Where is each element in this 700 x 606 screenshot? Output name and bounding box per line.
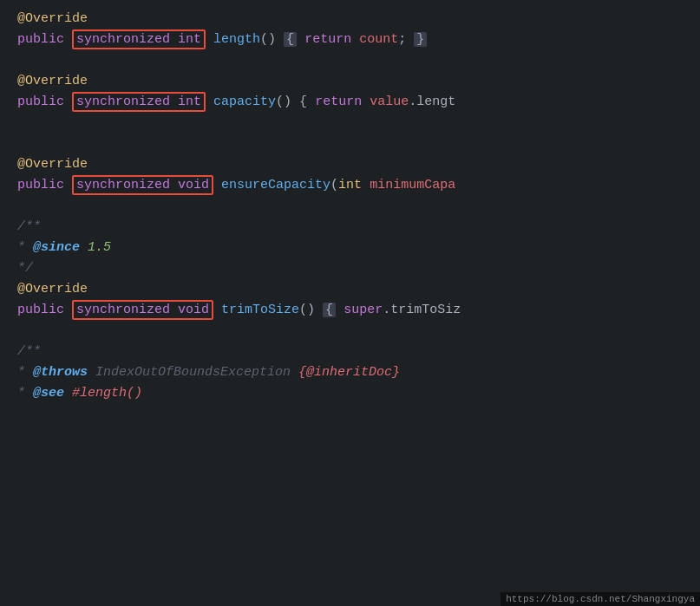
method-trim: trimToSize() { super.trimToSiz — [213, 303, 461, 317]
line-ensure-method: public synchronized void ensureCapacity(… — [0, 175, 700, 196]
line-comment-end: */ — [0, 258, 700, 279]
keyword-public2: public — [17, 94, 72, 109]
method-ensure: ensureCapacity(int minimumCapa — [213, 178, 455, 192]
empty-line-3 — [0, 134, 700, 154]
empty-line-2 — [0, 113, 700, 134]
comment-since-space — [80, 240, 88, 255]
line-override4: @Override — [0, 279, 700, 300]
comment-throws-star: * — [17, 365, 33, 380]
annotation-override4: @Override — [17, 282, 88, 296]
line-capacity-method: public synchronized int capacity() { ret… — [0, 92, 700, 113]
code-editor: @Override public synchronized int length… — [0, 0, 700, 413]
empty-line-4 — [0, 196, 700, 217]
comment-since-tag: @since — [33, 240, 80, 255]
line-length-method: public synchronized int length() { retur… — [0, 29, 700, 50]
annotation-override2: @Override — [17, 74, 88, 88]
line-override1: @Override — [0, 9, 700, 29]
highlight-synchronized-int-1: synchronized int — [72, 29, 206, 49]
comment2-open: /** — [17, 344, 41, 359]
line-comment-throws: * @throws IndexOutOfBoundsException {@in… — [0, 362, 700, 383]
line-trim-method: public synchronized void trimToSize() { … — [0, 300, 700, 321]
comment-since-value: 1.5 — [88, 240, 111, 255]
comment-see-star: * — [17, 386, 33, 401]
keyword-synchronized4: synchronized void — [76, 303, 209, 317]
url-text: https://blog.csdn.net/Shangxingya — [506, 594, 695, 604]
highlight-synchronized-void-1: synchronized void — [72, 175, 213, 195]
keyword-synchronized2: synchronized int — [76, 94, 201, 109]
empty-line-1 — [0, 50, 700, 71]
comment-see-space — [64, 386, 72, 401]
line-comment-since: * @since 1.5 — [0, 238, 700, 258]
annotation-override: @Override — [17, 11, 88, 26]
keyword-public4: public — [17, 303, 72, 317]
empty-line-5 — [0, 321, 700, 342]
highlight-synchronized-int-2: synchronized int — [72, 92, 206, 112]
method-capacity: capacity() { return value.lengt — [206, 94, 455, 109]
comment-open: /** — [17, 219, 41, 234]
comment-throws-text: IndexOutOfBoundsException — [88, 365, 298, 380]
line-override3: @Override — [0, 154, 700, 175]
comment-see-value: #length() — [72, 386, 142, 401]
comment-close: */ — [17, 261, 33, 276]
method-length: length() { return count; } — [206, 32, 427, 47]
keyword-synchronized3: synchronized void — [76, 178, 209, 192]
highlight-synchronized-void-2: synchronized void — [72, 300, 213, 320]
keyword-public3: public — [17, 178, 72, 192]
keyword-synchronized: synchronized int — [76, 32, 201, 47]
url-bar: https://blog.csdn.net/Shangxingya — [500, 592, 700, 606]
comment-star: * — [17, 240, 33, 255]
line-comment2-start: /** — [0, 342, 700, 362]
comment-inheritdoc: {@inheritDoc} — [298, 365, 400, 380]
keyword-public: public — [17, 32, 72, 47]
line-override2: @Override — [0, 71, 700, 92]
comment-see-tag: @see — [33, 386, 64, 401]
annotation-override3: @Override — [17, 157, 88, 172]
line-comment-start: /** — [0, 217, 700, 238]
comment-throws-tag: @throws — [33, 365, 88, 380]
line-comment-see: * @see #length() — [0, 383, 700, 404]
